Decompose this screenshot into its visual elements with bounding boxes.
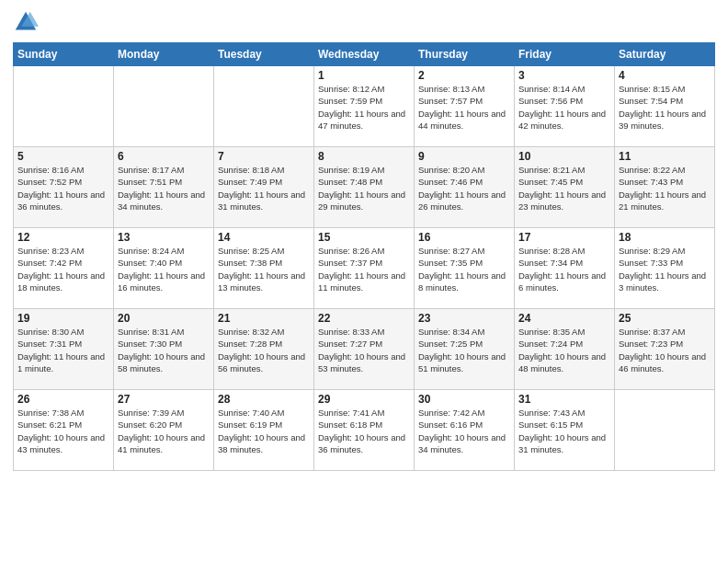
day-number: 28 (218, 393, 310, 406)
calendar-cell: 19Sunrise: 8:30 AMSunset: 7:31 PMDayligh… (14, 309, 114, 390)
day-info: Sunrise: 7:42 AMSunset: 6:16 PMDaylight:… (418, 407, 510, 455)
day-number: 10 (518, 150, 610, 163)
calendar-cell: 20Sunrise: 8:31 AMSunset: 7:30 PMDayligh… (114, 309, 214, 390)
day-info: Sunrise: 8:28 AMSunset: 7:34 PMDaylight:… (518, 245, 610, 293)
day-number: 13 (118, 231, 210, 244)
calendar-table: SundayMondayTuesdayWednesdayThursdayFrid… (13, 42, 715, 471)
calendar-cell: 18Sunrise: 8:29 AMSunset: 7:33 PMDayligh… (615, 228, 715, 309)
day-info: Sunrise: 8:19 AMSunset: 7:48 PMDaylight:… (318, 164, 410, 213)
calendar-cell: 13Sunrise: 8:24 AMSunset: 7:40 PMDayligh… (114, 228, 214, 309)
day-number: 16 (418, 231, 510, 244)
day-info: Sunrise: 8:18 AMSunset: 7:49 PMDaylight:… (218, 164, 310, 213)
calendar-cell: 4Sunrise: 8:15 AMSunset: 7:54 PMDaylight… (615, 66, 715, 147)
calendar-week-row: 19Sunrise: 8:30 AMSunset: 7:31 PMDayligh… (14, 309, 715, 390)
calendar-cell: 14Sunrise: 8:25 AMSunset: 7:38 PMDayligh… (214, 228, 314, 309)
calendar-cell: 25Sunrise: 8:37 AMSunset: 7:23 PMDayligh… (615, 309, 715, 390)
day-info: Sunrise: 8:31 AMSunset: 7:30 PMDaylight:… (118, 326, 210, 374)
day-info: Sunrise: 8:30 AMSunset: 7:31 PMDaylight:… (17, 326, 109, 374)
calendar-cell: 22Sunrise: 8:33 AMSunset: 7:27 PMDayligh… (314, 309, 415, 390)
calendar-cell: 3Sunrise: 8:14 AMSunset: 7:56 PMDaylight… (515, 66, 615, 147)
logo-icon (13, 9, 39, 35)
day-number: 22 (318, 312, 410, 325)
calendar-week-row: 12Sunrise: 8:23 AMSunset: 7:42 PMDayligh… (14, 228, 715, 309)
calendar-cell: 6Sunrise: 8:17 AMSunset: 7:51 PMDaylight… (114, 147, 214, 228)
day-number: 5 (17, 150, 109, 163)
day-info: Sunrise: 8:16 AMSunset: 7:52 PMDaylight:… (17, 164, 109, 213)
day-info: Sunrise: 8:33 AMSunset: 7:27 PMDaylight:… (318, 326, 410, 374)
calendar-header-row: SundayMondayTuesdayWednesdayThursdayFrid… (14, 43, 715, 66)
day-info: Sunrise: 8:17 AMSunset: 7:51 PMDaylight:… (118, 164, 210, 213)
page: SundayMondayTuesdayWednesdayThursdayFrid… (0, 0, 728, 563)
calendar-cell: 24Sunrise: 8:35 AMSunset: 7:24 PMDayligh… (515, 309, 615, 390)
calendar-cell: 17Sunrise: 8:28 AMSunset: 7:34 PMDayligh… (515, 228, 615, 309)
day-info: Sunrise: 8:24 AMSunset: 7:40 PMDaylight:… (118, 245, 210, 293)
logo (13, 9, 42, 35)
day-number: 21 (218, 312, 310, 325)
header (13, 9, 715, 35)
day-info: Sunrise: 7:41 AMSunset: 6:18 PMDaylight:… (318, 407, 410, 455)
calendar-cell: 5Sunrise: 8:16 AMSunset: 7:52 PMDaylight… (14, 147, 114, 228)
day-number: 17 (518, 231, 610, 244)
calendar-cell: 8Sunrise: 8:19 AMSunset: 7:48 PMDaylight… (314, 147, 415, 228)
calendar-cell (214, 66, 314, 147)
day-number: 27 (118, 393, 210, 406)
calendar-week-row: 5Sunrise: 8:16 AMSunset: 7:52 PMDaylight… (14, 147, 715, 228)
weekday-header-friday: Friday (515, 43, 615, 66)
calendar-cell: 10Sunrise: 8:21 AMSunset: 7:45 PMDayligh… (515, 147, 615, 228)
calendar-cell: 29Sunrise: 7:41 AMSunset: 6:18 PMDayligh… (314, 390, 415, 471)
day-info: Sunrise: 7:43 AMSunset: 6:15 PMDaylight:… (518, 407, 610, 455)
day-number: 6 (118, 150, 210, 163)
day-info: Sunrise: 8:35 AMSunset: 7:24 PMDaylight:… (518, 326, 610, 374)
weekday-header-monday: Monday (114, 43, 214, 66)
calendar-cell: 9Sunrise: 8:20 AMSunset: 7:46 PMDaylight… (415, 147, 515, 228)
day-number: 9 (418, 150, 510, 163)
calendar-cell: 16Sunrise: 8:27 AMSunset: 7:35 PMDayligh… (415, 228, 515, 309)
day-number: 20 (118, 312, 210, 325)
weekday-header-thursday: Thursday (415, 43, 515, 66)
day-number: 19 (17, 312, 109, 325)
day-number: 2 (418, 69, 510, 82)
calendar-cell (14, 66, 114, 147)
day-info: Sunrise: 8:12 AMSunset: 7:59 PMDaylight:… (318, 83, 410, 132)
calendar-cell: 2Sunrise: 8:13 AMSunset: 7:57 PMDaylight… (415, 66, 515, 147)
day-info: Sunrise: 8:20 AMSunset: 7:46 PMDaylight:… (418, 164, 510, 213)
calendar-cell: 27Sunrise: 7:39 AMSunset: 6:20 PMDayligh… (114, 390, 214, 471)
calendar-week-row: 26Sunrise: 7:38 AMSunset: 6:21 PMDayligh… (14, 390, 715, 471)
day-number: 18 (619, 231, 711, 244)
day-info: Sunrise: 8:23 AMSunset: 7:42 PMDaylight:… (17, 245, 109, 293)
day-number: 25 (619, 312, 711, 325)
calendar-cell: 7Sunrise: 8:18 AMSunset: 7:49 PMDaylight… (214, 147, 314, 228)
day-info: Sunrise: 8:21 AMSunset: 7:45 PMDaylight:… (518, 164, 610, 213)
day-number: 26 (17, 393, 109, 406)
calendar-cell: 12Sunrise: 8:23 AMSunset: 7:42 PMDayligh… (14, 228, 114, 309)
day-info: Sunrise: 8:37 AMSunset: 7:23 PMDaylight:… (619, 326, 711, 374)
weekday-header-tuesday: Tuesday (214, 43, 314, 66)
day-info: Sunrise: 8:34 AMSunset: 7:25 PMDaylight:… (418, 326, 510, 374)
day-number: 4 (619, 69, 711, 82)
day-number: 3 (518, 69, 610, 82)
day-number: 7 (218, 150, 310, 163)
calendar-cell: 30Sunrise: 7:42 AMSunset: 6:16 PMDayligh… (415, 390, 515, 471)
calendar-cell: 23Sunrise: 8:34 AMSunset: 7:25 PMDayligh… (415, 309, 515, 390)
day-info: Sunrise: 8:22 AMSunset: 7:43 PMDaylight:… (619, 164, 711, 213)
day-info: Sunrise: 8:13 AMSunset: 7:57 PMDaylight:… (418, 83, 510, 132)
calendar-cell: 11Sunrise: 8:22 AMSunset: 7:43 PMDayligh… (615, 147, 715, 228)
day-number: 30 (418, 393, 510, 406)
day-info: Sunrise: 7:38 AMSunset: 6:21 PMDaylight:… (17, 407, 109, 455)
day-info: Sunrise: 8:15 AMSunset: 7:54 PMDaylight:… (619, 83, 711, 132)
day-info: Sunrise: 8:25 AMSunset: 7:38 PMDaylight:… (218, 245, 310, 293)
calendar-cell (615, 390, 715, 471)
day-info: Sunrise: 8:14 AMSunset: 7:56 PMDaylight:… (518, 83, 610, 132)
day-info: Sunrise: 8:32 AMSunset: 7:28 PMDaylight:… (218, 326, 310, 374)
calendar-cell: 1Sunrise: 8:12 AMSunset: 7:59 PMDaylight… (314, 66, 415, 147)
calendar-cell: 26Sunrise: 7:38 AMSunset: 6:21 PMDayligh… (14, 390, 114, 471)
weekday-header-wednesday: Wednesday (314, 43, 415, 66)
day-number: 1 (318, 69, 410, 82)
calendar-cell: 15Sunrise: 8:26 AMSunset: 7:37 PMDayligh… (314, 228, 415, 309)
day-number: 12 (17, 231, 109, 244)
day-info: Sunrise: 8:29 AMSunset: 7:33 PMDaylight:… (619, 245, 711, 293)
day-number: 24 (518, 312, 610, 325)
calendar-cell: 21Sunrise: 8:32 AMSunset: 7:28 PMDayligh… (214, 309, 314, 390)
day-number: 8 (318, 150, 410, 163)
day-number: 31 (518, 393, 610, 406)
